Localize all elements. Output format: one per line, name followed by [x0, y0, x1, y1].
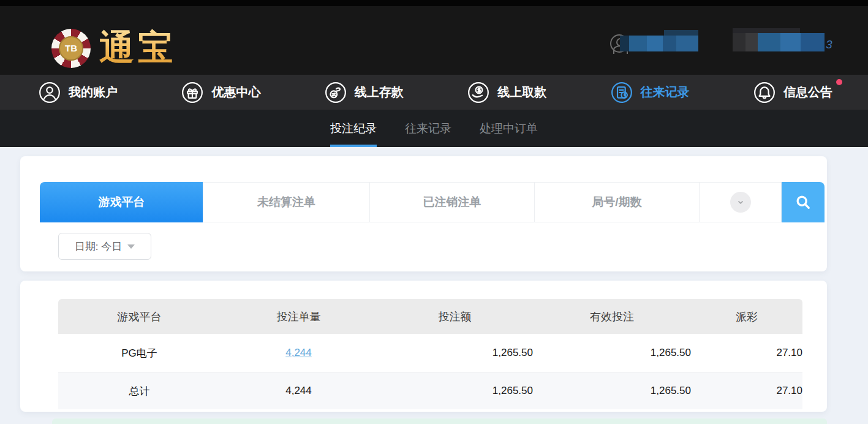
nav-label: 线上取款	[497, 84, 546, 100]
sub-navigation: 投注纪录 往来记录 处理中订单	[0, 110, 868, 147]
withdraw-hand-dollar-icon	[467, 81, 490, 104]
nav-item-online-deposit[interactable]: 线上存款	[324, 81, 404, 104]
date-filter-label: 日期: 今日	[75, 240, 122, 254]
filter-tabs: 游戏平台 未结算注单 已注销注单 局号/期数	[40, 182, 827, 222]
brand-badge: TB	[59, 36, 83, 61]
redacted-username	[620, 36, 698, 51]
col-header-bet-count: 投注单量	[221, 309, 377, 324]
cell-valid-bet: 1,265.50	[533, 347, 691, 359]
nav-label: 往来记录	[641, 84, 690, 100]
caret-down-icon	[127, 244, 135, 249]
tab-round-number[interactable]: 局号/期数	[534, 182, 700, 222]
nav-item-online-withdrawal[interactable]: 线上取款	[467, 81, 546, 104]
subnav-item-betting-records[interactable]: 投注纪录	[330, 110, 377, 147]
main-navigation: 我的账户 优惠中心 线上存款 线上取款 往来记录	[0, 75, 868, 110]
bet-count-link[interactable]: 4,244	[285, 347, 312, 358]
brand-logo[interactable]: TB 通宝	[51, 25, 176, 72]
date-filter-button[interactable]: 日期: 今日	[58, 233, 151, 260]
tabs-expand-button[interactable]	[699, 182, 782, 222]
nav-label: 我的账户	[69, 84, 118, 100]
top-strip	[0, 0, 868, 6]
nav-label: 优惠中心	[211, 84, 260, 100]
search-button[interactable]	[782, 182, 825, 222]
cell-total-label: 总计	[58, 384, 221, 398]
tab-game-platform[interactable]: 游戏平台	[40, 182, 203, 222]
results-card: 游戏平台 投注单量 投注额 有效投注 派彩 PG电子 4,244 1,265.5…	[20, 281, 827, 412]
table-header-row: 游戏平台 投注单量 投注额 有效投注 派彩	[58, 299, 802, 334]
notification-dot	[836, 79, 842, 85]
nav-label: 线上存款	[355, 84, 404, 100]
app-window: TB 通宝 3 我的账户 优惠中心 线上存款	[0, 0, 868, 424]
chevron-down-icon	[730, 192, 751, 213]
col-header-platform: 游戏平台	[58, 309, 221, 324]
cell-bet-amount: 1,265.50	[377, 347, 533, 359]
search-icon	[794, 193, 812, 211]
subnav-item-processing-orders[interactable]: 处理中订单	[480, 110, 538, 147]
redacted-suffix: 3	[826, 38, 832, 51]
deposit-hand-coin-icon	[324, 81, 347, 104]
subnav-item-transaction-records[interactable]: 往来记录	[405, 110, 451, 147]
cell-payout: 27.10	[691, 347, 802, 359]
gift-icon	[181, 81, 204, 104]
table-total-row: 总计 4,244 1,265.50 1,265.50 27.10	[58, 373, 802, 409]
tab-unsettled-bets[interactable]: 未结算注单	[203, 182, 370, 222]
table-row: PG电子 4,244 1,265.50 1,265.50 27.10	[58, 334, 802, 373]
nav-item-my-account[interactable]: 我的账户	[38, 81, 118, 104]
col-header-valid-bet: 有效投注	[533, 309, 691, 324]
betting-summary-table: 游戏平台 投注单量 投注额 有效投注 派彩 PG电子 4,244 1,265.5…	[58, 299, 802, 409]
nav-item-transaction-records[interactable]: 往来记录	[610, 81, 690, 104]
header-bar: TB 通宝 3	[0, 6, 868, 75]
user-circle-icon	[38, 81, 61, 104]
cell-platform: PG电子	[58, 346, 221, 360]
tab-cancelled-bets[interactable]: 已注销注单	[369, 182, 535, 222]
filter-card: 游戏平台 未结算注单 已注销注单 局号/期数 日期: 今日	[20, 156, 827, 271]
nav-item-promotions[interactable]: 优惠中心	[181, 81, 260, 104]
redacted-account	[733, 33, 825, 51]
cell-total-valid-bet: 1,265.50	[533, 385, 691, 397]
poker-chip-icon: TB	[51, 29, 91, 68]
col-header-bet-amount: 投注额	[377, 309, 533, 324]
cell-total-bet-amount: 1,265.50	[377, 385, 533, 397]
content-area: 游戏平台 未结算注单 已注销注单 局号/期数 日期: 今日	[0, 147, 868, 424]
cell-total-payout: 27.10	[691, 385, 802, 397]
col-header-payout: 派彩	[691, 309, 802, 324]
nav-label: 信息公告	[783, 84, 832, 100]
cell-total-bet-count: 4,244	[221, 385, 377, 397]
nav-item-announcements[interactable]: 信息公告	[753, 81, 832, 104]
next-section-strip	[52, 418, 827, 424]
records-clipboard-clock-icon	[610, 81, 633, 104]
bell-icon	[753, 81, 776, 104]
brand-name: 通宝	[99, 25, 176, 72]
